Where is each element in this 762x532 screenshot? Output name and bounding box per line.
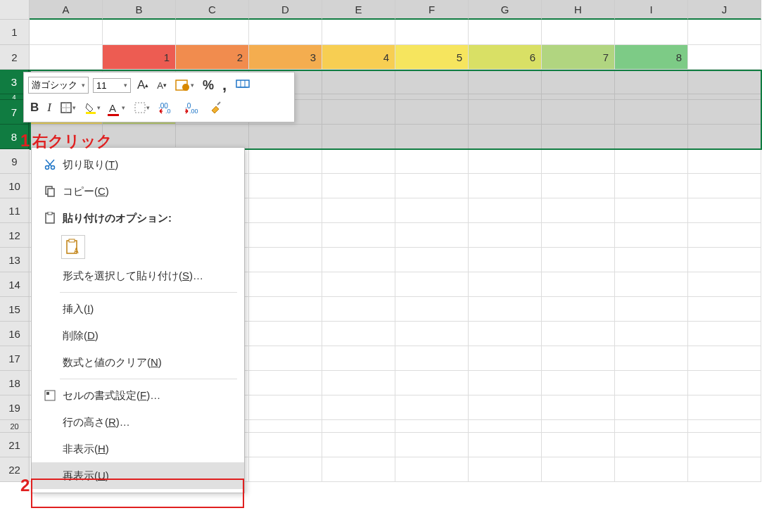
borders-icon[interactable]: ▾ [58,99,78,117]
row-header-17[interactable]: 17 [0,346,30,371]
cell-H2[interactable]: 7 [542,45,615,70]
accounting-format-icon[interactable]: ▾ [173,76,196,94]
cell-B1[interactable] [103,20,176,45]
italic-icon[interactable]: I [45,99,53,117]
clipboard-icon [40,212,60,224]
paste-option-row: A [32,232,244,262]
row-1: 1 [0,20,761,45]
col-header-A[interactable]: A [30,0,103,20]
decrease-font-icon[interactable]: A▾ [155,76,169,94]
menu-paste-special[interactable]: 形式を選択して貼り付け(S)… [32,262,244,289]
bold-icon[interactable]: B [28,99,41,117]
font-size-select[interactable]: 11▾ [93,78,131,93]
menu-format-cells[interactable]: セルの書式設定(F)… [32,382,244,409]
paste-default-icon[interactable]: A [61,235,85,259]
menu-row-height[interactable]: 行の高さ(R)… [32,409,244,436]
cell-E1[interactable] [322,20,395,45]
menu-row-height-label: 行の高さ(R)… [60,416,236,429]
row-header-21[interactable]: 21 [0,433,30,457]
font-name-select[interactable]: 游ゴシック▾ [28,77,89,94]
row-header-2[interactable]: 2 [0,45,30,70]
menu-separator [60,379,237,379]
scissors-icon [40,158,60,171]
increase-font-icon[interactable]: A▴ [135,76,151,94]
cell-A1[interactable] [30,20,103,45]
col-header-B[interactable]: B [103,0,176,20]
row-header-20[interactable]: 20 [0,420,30,433]
font-color-icon[interactable]: A▾ [107,99,127,117]
svg-text:.0: .0 [165,108,171,114]
row-8: 8 [0,125,761,149]
row-header-8[interactable]: 8 [0,125,30,149]
col-header-J[interactable]: J [688,0,761,20]
cell-J1[interactable] [688,20,761,45]
menu-unhide-label: 再表示(U) [60,469,236,483]
menu-separator [60,292,237,293]
format-brush-icon[interactable] [207,99,225,117]
cell-I2[interactable]: 8 [615,45,688,70]
copy-icon [40,185,60,198]
row-2: 2 1 2 3 4 5 6 7 8 [0,45,761,70]
menu-clear[interactable]: 数式と値のクリア(N) [32,349,244,376]
svg-text:.00: .00 [189,108,198,114]
col-header-F[interactable]: F [395,0,469,20]
row-header-14[interactable]: 14 [0,272,30,297]
row-header-15[interactable]: 15 [0,297,30,322]
cell-H1[interactable] [542,20,615,45]
col-header-E[interactable]: E [322,0,395,20]
menu-unhide[interactable]: 再表示(U) [32,462,244,489]
chevron-down-icon: ▾ [124,82,127,89]
cell-E2[interactable]: 4 [322,45,395,70]
menu-cut[interactable]: 切り取り(T) [32,151,244,178]
cell-G2[interactable]: 6 [469,45,542,70]
menu-copy[interactable]: コピー(C) [32,178,244,205]
svg-point-1 [182,84,189,91]
cell-D1[interactable] [249,20,322,45]
col-header-I[interactable]: I [615,0,688,20]
format-painter-icon[interactable] [233,76,253,94]
col-header-C[interactable]: C [176,0,249,20]
svg-rect-17 [69,239,75,242]
menu-hide[interactable]: 非表示(H) [32,436,244,462]
row-header-11[interactable]: 11 [0,198,30,223]
cell-C2[interactable]: 2 [176,45,249,70]
col-header-G[interactable]: G [469,0,542,20]
cell-F1[interactable] [395,20,469,45]
cell-B2[interactable]: 1 [103,45,176,70]
fill-color-icon[interactable]: ▾ [82,99,103,117]
row-header-12[interactable]: 12 [0,223,30,248]
cell-F2[interactable]: 5 [395,45,469,70]
cell-A2[interactable] [30,45,103,70]
comma-icon[interactable]: , [220,76,229,94]
mini-toolbar: 游ゴシック▾ 11▾ A▴ A▾ ▾ % , B I ▾ ▾ A▾ ▾ .00.… [23,72,295,122]
col-header-D[interactable]: D [249,0,322,20]
svg-point-11 [51,166,55,170]
decrease-decimal-icon[interactable]: .00.0 [156,99,177,117]
row-header-22[interactable]: 22 [0,457,30,482]
menu-insert[interactable]: 挿入(I) [32,296,244,322]
row-header-16[interactable]: 16 [0,322,30,346]
cell-C1[interactable] [176,20,249,45]
cell-D2[interactable]: 3 [249,45,322,70]
menu-delete-label: 削除(D) [60,329,236,343]
row-header-1[interactable]: 1 [0,20,30,45]
cell-I1[interactable] [615,20,688,45]
percent-icon[interactable]: % [201,76,216,94]
svg-rect-13 [48,189,54,196]
row-header-18[interactable]: 18 [0,371,30,395]
border-style-icon[interactable]: ▾ [132,99,152,117]
cell-J2[interactable] [688,45,761,70]
select-all-corner[interactable] [0,0,30,20]
svg-text:A: A [74,247,79,255]
row-header-10[interactable]: 10 [0,174,30,198]
menu-delete[interactable]: 削除(D) [32,322,244,349]
menu-paste-options: 貼り付けのオプション: [32,205,244,232]
row-header-9[interactable]: 9 [0,149,30,174]
svg-rect-5 [135,103,145,113]
row-header-19[interactable]: 19 [0,395,30,420]
col-header-H[interactable]: H [542,0,615,20]
menu-clear-label: 数式と値のクリア(N) [60,356,236,369]
row-header-13[interactable]: 13 [0,248,30,272]
increase-decimal-icon[interactable]: .0.00 [182,99,203,117]
cell-G1[interactable] [469,20,542,45]
